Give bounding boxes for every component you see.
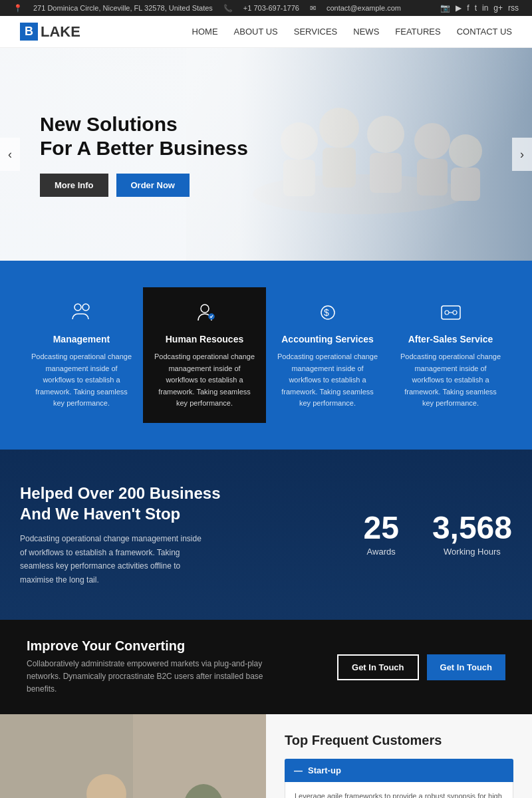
social-icon-1[interactable]: 📷: [440, 3, 450, 13]
cta-title: Improve Your Converting: [27, 638, 293, 654]
cta-btn1[interactable]: Get In Touch: [337, 654, 418, 680]
service-aftersales-title: After-Sales Service: [399, 334, 502, 344]
nav-about[interactable]: ABOUT US: [234, 27, 278, 37]
top-bar-social: 📷 ▶ f t in g+ rss: [440, 3, 519, 13]
hero-content: New Solutions For A Better Business More…: [0, 86, 288, 223]
nav-features[interactable]: FEATURES: [395, 27, 440, 37]
stats-headline: Helped Over 200 Business And We Haven't …: [20, 483, 336, 524]
nav-news[interactable]: NEWS: [353, 27, 379, 37]
cta-buttons: Get In Touch Get In Touch: [337, 654, 505, 680]
top-bar-contact: 📍 271 Dominica Circle, Niceville, FL 325…: [13, 4, 401, 13]
stat-awards-label: Awards: [363, 547, 398, 557]
accordion-startup-minus: —: [294, 765, 303, 775]
social-icon-6[interactable]: g+: [493, 3, 503, 13]
social-icon-7[interactable]: rss: [508, 3, 519, 13]
management-icon: [30, 301, 133, 327]
stats-section: Helped Over 200 Business And We Haven't …: [0, 450, 532, 620]
email-icon: ✉: [310, 4, 316, 13]
cta-subtitle: Collaboratively administrate empowered m…: [27, 658, 293, 696]
service-aftersales-desc: Podcasting operational change management…: [399, 351, 502, 410]
hr-icon: [153, 301, 256, 327]
stat-hours-value: 3,568: [432, 512, 512, 544]
svg-text:$: $: [324, 307, 329, 318]
svg-point-19: [453, 311, 457, 315]
address-icon: 📍: [13, 4, 23, 13]
hero-buttons: More Info Order Now: [40, 174, 248, 197]
cta-btn2[interactable]: Get In Touch: [427, 654, 505, 680]
aftersales-icon: [399, 301, 502, 327]
service-aftersales: After-Sales Service Podcasting operation…: [389, 287, 512, 423]
nav-contact[interactable]: CONTACT US: [457, 27, 512, 37]
service-hr-desc: Podcasting operational change management…: [153, 351, 256, 410]
service-management-title: Management: [30, 334, 133, 344]
nav-home[interactable]: HOME: [192, 27, 218, 37]
address-text: 271 Dominica Circle, Niceville, FL 32578…: [33, 4, 213, 12]
main-nav: HOME ABOUT US SERVICES NEWS FEATURES CON…: [192, 27, 512, 37]
service-management: Management Podcasting operational change…: [20, 287, 143, 423]
customers-right: Top Frequent Customers — Start-up Levera…: [266, 714, 532, 798]
stat-hours-label: Working Hours: [432, 547, 512, 557]
header: B LAKE HOME ABOUT US SERVICES NEWS FEATU…: [0, 16, 532, 48]
svg-point-11: [74, 304, 81, 311]
stats-numbers: 25 Awards 3,568 Working Hours: [336, 512, 512, 557]
hero-title: New Solutions For A Better Business: [40, 112, 248, 160]
logo-box: B: [20, 23, 38, 41]
stat-hours: 3,568 Working Hours: [432, 512, 512, 557]
logo-text: LAKE: [41, 23, 80, 41]
hero-next-button[interactable]: ›: [512, 138, 532, 171]
accordion-startup-body: Leverage agile frameworks to provide a r…: [285, 782, 513, 798]
accounting-icon: $: [276, 301, 379, 327]
order-now-button[interactable]: Order Now: [116, 174, 190, 197]
stats-text: Helped Over 200 Business And We Haven't …: [20, 483, 336, 587]
phone-icon: 📞: [223, 4, 233, 13]
cta-section: Improve Your Converting Collaboratively …: [0, 620, 532, 715]
hero-prev-button[interactable]: ‹: [0, 138, 20, 171]
stats-subtext: Podcasting operational change management…: [20, 532, 206, 587]
accordion-startup: — Start-up Leverage agile frameworks to …: [285, 759, 513, 798]
service-hr-title: Human Resouces: [153, 334, 256, 344]
logo[interactable]: B LAKE: [20, 23, 80, 41]
hero-section: New Solutions For A Better Business More…: [0, 48, 532, 261]
phone-text: +1 703-697-1776: [243, 4, 299, 12]
svg-point-13: [201, 305, 209, 313]
svg-point-18: [445, 311, 449, 315]
social-icon-2[interactable]: ▶: [456, 3, 462, 13]
accordion-startup-header[interactable]: — Start-up: [285, 759, 513, 782]
svg-point-12: [82, 304, 89, 311]
service-management-desc: Podcasting operational change management…: [30, 351, 133, 410]
nav-services[interactable]: SERVICES: [294, 27, 338, 37]
social-icon-5[interactable]: in: [482, 3, 488, 13]
accordion-startup-label: Start-up: [308, 765, 341, 775]
services-section: Management Podcasting operational change…: [0, 261, 532, 450]
service-accounting-title: Accounting Services: [276, 334, 379, 344]
email-text: contact@example.com: [327, 4, 401, 12]
customers-image: [0, 714, 266, 798]
service-accounting: $ Accounting Services Podcasting operati…: [266, 287, 389, 423]
service-accounting-desc: Podcasting operational change management…: [276, 351, 379, 410]
social-icon-3[interactable]: f: [467, 3, 469, 13]
stat-awards-value: 25: [363, 512, 398, 544]
customers-section: Top Frequent Customers — Start-up Levera…: [0, 714, 532, 798]
stat-awards: 25 Awards: [363, 512, 398, 557]
more-info-button[interactable]: More Info: [40, 174, 108, 197]
cta-text: Improve Your Converting Collaboratively …: [27, 638, 293, 696]
service-hr: Human Resouces Podcasting operational ch…: [143, 287, 266, 423]
top-bar: 📍 271 Dominica Circle, Niceville, FL 325…: [0, 0, 532, 16]
customers-title: Top Frequent Customers: [285, 733, 513, 748]
social-icon-4[interactable]: t: [475, 3, 477, 13]
